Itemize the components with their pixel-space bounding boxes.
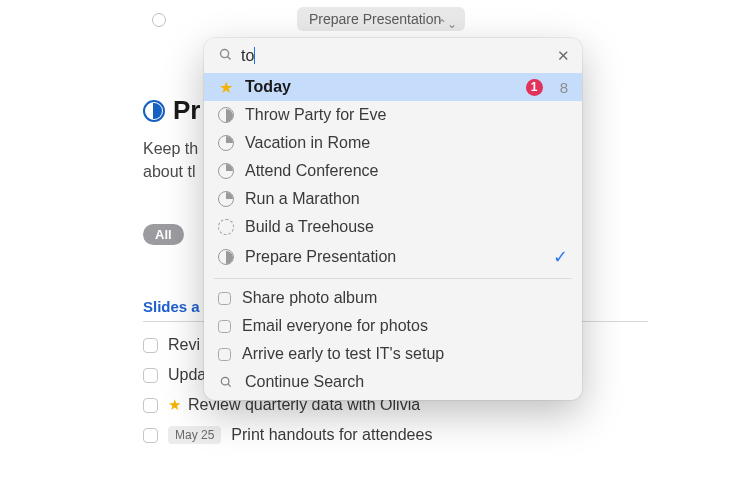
svg-line-3 — [228, 384, 231, 387]
result-item[interactable]: Prepare Presentation ✓ — [204, 241, 582, 273]
result-label: Prepare Presentation — [245, 248, 542, 266]
result-label: Throw Party for Eve — [245, 106, 568, 124]
search-input[interactable]: to — [241, 47, 557, 65]
result-label: Build a Treehouse — [245, 218, 568, 236]
task-checkbox[interactable] — [152, 13, 166, 27]
svg-point-0 — [221, 50, 229, 58]
search-row: to ✕ — [204, 38, 582, 73]
task-date-pill: May 25 — [168, 426, 221, 444]
project-icon — [218, 163, 234, 179]
task-checkbox[interactable] — [143, 398, 158, 413]
result-label: Email everyone for photos — [242, 317, 568, 335]
result-item[interactable]: ★ Today 1 8 — [204, 73, 582, 101]
svg-line-1 — [228, 57, 231, 60]
result-label: Arrive early to test IT's setup — [242, 345, 568, 363]
search-icon — [218, 374, 234, 390]
project-icon — [218, 219, 234, 235]
project-progress-icon — [143, 100, 165, 122]
result-label: Continue Search — [245, 373, 568, 391]
results-list: ★ Today 1 8 Throw Party for Eve Vacation… — [204, 73, 582, 400]
project-dropdown-label: Prepare Presentation — [309, 11, 441, 27]
filter-all-pill[interactable]: All — [143, 224, 184, 245]
result-label: Today — [245, 78, 515, 96]
project-dropdown[interactable]: Prepare Presentation ⌃⌄ — [297, 7, 465, 31]
task-checkbox[interactable] — [143, 368, 158, 383]
app-window: Prepare Presentation ⌃⌄ Pr Keep th ngs a… — [0, 0, 750, 500]
result-item[interactable]: Throw Party for Eve — [204, 101, 582, 129]
task-checkbox[interactable] — [143, 428, 158, 443]
todo-icon — [218, 348, 231, 361]
clear-icon[interactable]: ✕ — [557, 47, 570, 65]
quick-open-popover: to ✕ ★ Today 1 8 Throw Party for Eve Vac… — [204, 38, 582, 400]
project-icon — [218, 107, 234, 123]
search-icon — [218, 47, 233, 65]
result-label: Vacation in Rome — [245, 134, 568, 152]
task-row[interactable]: May 25 Print handouts for attendees — [143, 420, 683, 450]
result-label: Attend Conference — [245, 162, 568, 180]
chevron-updown-icon: ⌃⌄ — [437, 12, 457, 36]
task-checkbox[interactable] — [143, 338, 158, 353]
result-count: 8 — [560, 79, 568, 96]
star-icon: ★ — [168, 396, 181, 414]
task-label: Print handouts for attendees — [231, 426, 432, 444]
project-icon — [218, 135, 234, 151]
result-item[interactable]: Vacation in Rome — [204, 129, 582, 157]
svg-point-2 — [221, 377, 229, 385]
result-item[interactable]: Build a Treehouse — [204, 213, 582, 241]
todo-icon — [218, 292, 231, 305]
result-label: Run a Marathon — [245, 190, 568, 208]
todo-icon — [218, 320, 231, 333]
result-label: Share photo album — [242, 289, 568, 307]
badge-count: 1 — [526, 79, 543, 96]
checkmark-icon: ✓ — [553, 246, 568, 268]
project-title: Pr — [173, 95, 200, 126]
star-icon: ★ — [218, 79, 234, 95]
result-item[interactable]: Run a Marathon — [204, 185, 582, 213]
project-icon — [218, 191, 234, 207]
result-item[interactable]: Continue Search — [204, 368, 582, 396]
text-caret — [254, 47, 255, 64]
task-label: Revi — [168, 336, 200, 354]
divider — [214, 278, 572, 279]
result-item[interactable]: Email everyone for photos — [204, 312, 582, 340]
result-item[interactable]: Share photo album — [204, 284, 582, 312]
project-icon — [218, 249, 234, 265]
project-title-row: Pr — [143, 95, 200, 126]
result-item[interactable]: Attend Conference — [204, 157, 582, 185]
result-item[interactable]: Arrive early to test IT's setup — [204, 340, 582, 368]
